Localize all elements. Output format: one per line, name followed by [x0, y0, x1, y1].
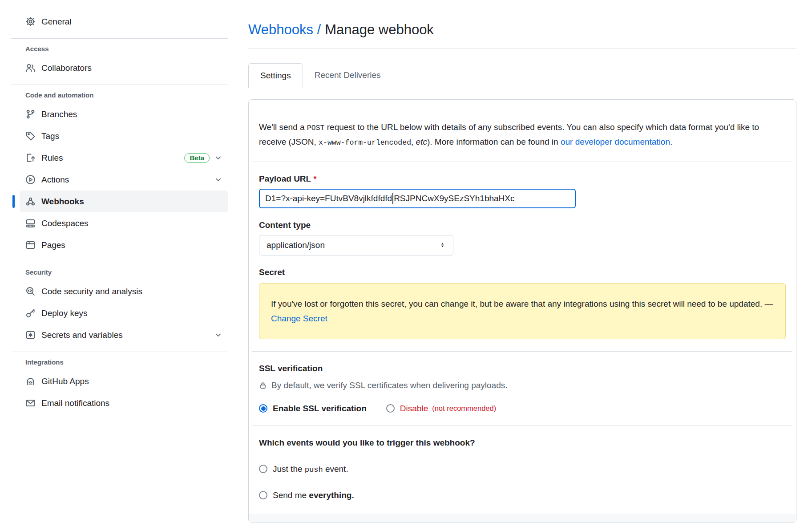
app-icon	[25, 376, 36, 386]
section-divider	[252, 162, 792, 162]
sidebar-item-label: Deploy keys	[41, 308, 222, 318]
disable-ssl-radio[interactable]	[386, 404, 395, 413]
sidebar-item-label: Webhooks	[41, 197, 222, 207]
mail-icon	[25, 398, 36, 408]
secret-warning-text: If you've lost or forgotten this secret,…	[271, 299, 773, 308]
page-title-text: Manage webhook	[325, 22, 434, 37]
developer-documentation-link[interactable]: our developer documentation	[561, 137, 670, 146]
secret-warning-box: If you've lost or forgotten this secret,…	[259, 283, 786, 339]
section-divider	[252, 426, 792, 426]
just-push-radio[interactable]	[259, 465, 267, 473]
sidebar-divider	[11, 352, 228, 352]
sidebar-item-label: Branches	[41, 109, 222, 119]
tab-settings[interactable]: Settings	[248, 63, 303, 88]
disable-ssl-label: Disable	[400, 404, 428, 413]
payload-url-label: Payload URL*	[259, 174, 786, 184]
urlencoded-code: x-www-form-urlencoded	[319, 138, 411, 147]
sidebar-item-secrets-and-variables[interactable]: Secrets and variables	[20, 324, 228, 346]
payload-url-input[interactable]: D1=?x-api-key=FUtvBV8vjlkfdfdfdRSJPNCwX9…	[259, 189, 576, 208]
select-updown-icon	[439, 242, 446, 248]
sidebar-item-tags[interactable]: Tags	[20, 125, 228, 147]
browser-icon	[25, 240, 36, 250]
sidebar-item-label: Pages	[41, 240, 222, 250]
sidebar-item-label: General	[41, 17, 222, 27]
sidebar-section-title: Security	[25, 268, 228, 276]
intro-segment: .	[670, 137, 672, 146]
asterisk-icon	[25, 330, 36, 340]
sidebar-item-github-apps[interactable]: GitHub Apps	[20, 370, 228, 392]
sidebar-item-collaborators[interactable]: Collaborators	[20, 57, 228, 79]
sidebar-item-label: Secrets and variables	[41, 330, 214, 340]
ssl-radio-group: Enable SSL verification Disable (not rec…	[259, 404, 786, 413]
section-divider	[252, 351, 792, 352]
payload-url-value-after: RSJPNCwX9ySEzSYh1bhaHXc	[394, 194, 514, 203]
sidebar-divider	[11, 262, 228, 262]
breadcrumb-webhooks-link[interactable]: Webhooks /	[248, 22, 321, 37]
payload-url-label-text: Payload URL	[259, 174, 311, 183]
label-segment: Send me	[273, 490, 309, 500]
everything-bold: everything.	[309, 490, 354, 500]
sidebar-item-label: Email notifications	[41, 398, 222, 408]
code-scan-icon	[25, 286, 36, 296]
sidebar-item-rules[interactable]: RulesBeta	[20, 147, 228, 169]
label-segment: event.	[323, 464, 348, 474]
header-divider	[248, 49, 796, 49]
chevron-down-icon	[214, 154, 222, 162]
sidebar-item-pages[interactable]: Pages	[20, 234, 228, 256]
ssl-note-text: By default, we verify SSL certificates w…	[271, 381, 508, 390]
events-heading: Which events would you like to trigger t…	[259, 438, 786, 448]
intro-segment: ). More information can be found in	[427, 137, 561, 146]
webhook-icon	[25, 196, 36, 207]
content-type-label: Content type	[259, 220, 786, 230]
content-type-select[interactable]: application/json	[259, 235, 453, 255]
main-content: Webhooks /Manage webhook SettingsRecent …	[248, 0, 796, 531]
text-cursor	[392, 193, 393, 204]
send-everything-label: Send me everything.	[273, 490, 354, 500]
push-code: push	[305, 466, 323, 474]
enable-ssl-radio[interactable]	[259, 404, 267, 413]
event-option-everything: Send me everything.	[259, 490, 786, 500]
settings-sidebar: GeneralAccessCollaboratorsCode and autom…	[0, 0, 228, 531]
change-secret-link[interactable]: Change Secret	[271, 314, 327, 323]
sidebar-item-general[interactable]: General	[20, 11, 228, 32]
sidebar-item-code-security-and-analysis[interactable]: Code security and analysis	[20, 280, 228, 302]
panel-footer-strip	[249, 514, 796, 523]
sidebar-item-deploy-keys[interactable]: Deploy keys	[20, 302, 228, 324]
sidebar-item-email-notifications[interactable]: Email notifications	[20, 392, 228, 414]
sidebar-divider	[11, 38, 228, 39]
sidebar-item-codespaces[interactable]: Codespaces	[20, 212, 228, 234]
sidebar-item-webhooks[interactable]: Webhooks	[20, 191, 228, 212]
post-code: POST	[307, 124, 325, 132]
sidebar-item-label: Code security and analysis	[41, 287, 222, 296]
people-icon	[25, 63, 36, 73]
send-everything-radio[interactable]	[259, 491, 267, 499]
chevron-down-icon	[214, 175, 222, 184]
label-segment: Just the	[273, 464, 305, 474]
gear-icon	[25, 16, 36, 27]
sidebar-section-title: Code and automation	[25, 91, 228, 99]
sidebar-item-actions[interactable]: Actions	[20, 169, 228, 191]
sidebar-section-title: Integrations	[25, 358, 228, 366]
payload-url-value-before: D1=?x-api-key=FUtvBV8vjlkfdfdfd	[265, 194, 392, 203]
sidebar-item-label: Tags	[41, 131, 222, 141]
beta-badge: Beta	[184, 153, 210, 163]
git-branch-icon	[25, 109, 36, 119]
intro-text: We'll send a POST request to the URL bel…	[259, 120, 786, 150]
required-asterisk: *	[313, 174, 316, 183]
disable-ssl-note: (not recommended)	[432, 404, 496, 413]
just-push-label: Just the push event.	[273, 464, 348, 474]
sidebar-item-label: GitHub Apps	[41, 377, 222, 386]
tab-recent-deliveries[interactable]: Recent Deliveries	[303, 63, 392, 88]
chevron-down-icon	[214, 331, 222, 339]
ssl-note: By default, we verify SSL certificates w…	[259, 381, 786, 390]
key-icon	[25, 308, 36, 318]
rules-icon	[25, 153, 36, 163]
lock-icon	[259, 381, 267, 389]
content-type-value: application/json	[267, 240, 325, 250]
page-title: Webhooks /Manage webhook	[248, 21, 796, 39]
intro-segment: ,	[411, 137, 416, 146]
sidebar-item-label: Codespaces	[41, 219, 222, 228]
sidebar-item-label: Actions	[41, 175, 214, 185]
sidebar-section-title: Access	[25, 45, 228, 53]
sidebar-item-branches[interactable]: Branches	[20, 103, 228, 125]
